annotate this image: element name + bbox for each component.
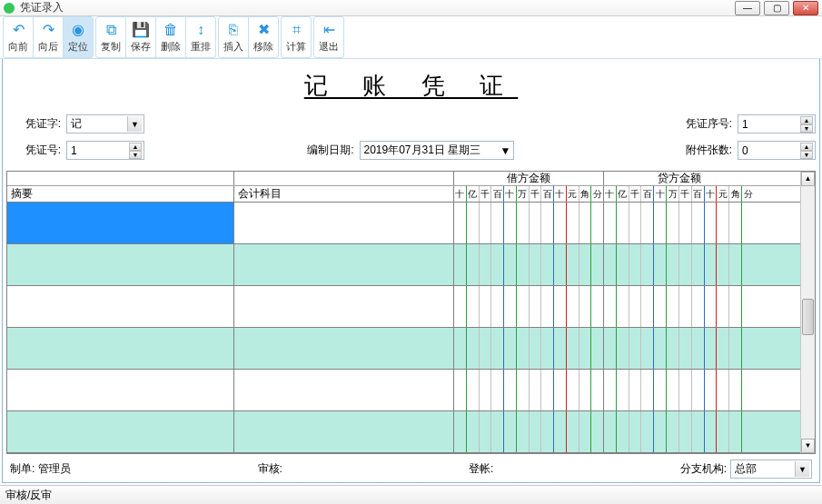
cell-credit[interactable]: [604, 203, 754, 243]
voucher-no-input[interactable]: 1 ▲ ▼: [66, 141, 144, 160]
cell-debit[interactable]: [454, 328, 604, 369]
table-row[interactable]: [7, 411, 800, 453]
cell-credit[interactable]: [604, 370, 754, 410]
cell-debit[interactable]: [454, 244, 604, 285]
form-row-2: 凭证号: 1 ▲ ▼ 编制日期: 2019年07月31日 星期三 ▼ 附件张数:…: [6, 141, 816, 160]
table-row[interactable]: [7, 286, 800, 328]
window-title: 凭证录入: [20, 0, 735, 15]
header-account-label: 会计科目: [234, 186, 454, 202]
digit-header: 万: [516, 186, 529, 202]
app-icon: [4, 3, 15, 14]
digit-header: 千: [479, 186, 491, 202]
voucher-heading: 记 账 凭 证: [6, 70, 816, 102]
digit-header: 十: [653, 186, 666, 202]
digit-header: 万: [666, 186, 678, 202]
table-row[interactable]: [7, 328, 800, 370]
spin-down-icon[interactable]: ▼: [800, 124, 813, 133]
spin-up-icon[interactable]: ▲: [129, 143, 142, 151]
chevron-down-icon[interactable]: ▼: [795, 461, 809, 477]
cell-summary[interactable]: [7, 370, 234, 410]
table-row[interactable]: [7, 203, 800, 244]
cell-summary[interactable]: [7, 411, 234, 452]
cell-account[interactable]: [234, 411, 454, 452]
cell-credit[interactable]: [604, 286, 754, 327]
vertical-scrollbar[interactable]: ▲ ▼: [800, 172, 815, 453]
cell-debit[interactable]: [454, 411, 604, 452]
minimize-button[interactable]: —: [735, 1, 760, 15]
voucher-no-value: 1: [71, 144, 77, 157]
cell-debit[interactable]: [454, 286, 604, 327]
toolbar: ↶向前↷向后◉定位⧉复制💾保存🗑删除↕重排⎘插入✖移除⌗计算⇤退出: [0, 16, 822, 59]
cell-account[interactable]: [234, 203, 454, 243]
close-button[interactable]: ✕: [793, 1, 818, 15]
toolbar-calc-button[interactable]: ⌗计算: [282, 17, 311, 57]
branch-combo[interactable]: 总部 ▼: [730, 460, 812, 479]
copy-icon: ⧉: [103, 22, 119, 38]
cell-account[interactable]: [234, 244, 454, 285]
header-summary-label: 摘要: [7, 186, 234, 202]
maker-label: 制单:: [10, 461, 35, 477]
maximize-button[interactable]: ▢: [764, 1, 789, 15]
chevron-down-icon[interactable]: ▼: [127, 116, 142, 132]
cell-summary[interactable]: [7, 286, 234, 327]
spin-down-icon[interactable]: ▼: [800, 151, 813, 159]
toolbar-exit-button[interactable]: ⇤退出: [314, 17, 343, 57]
spin-up-icon[interactable]: ▲: [800, 143, 813, 151]
cell-account[interactable]: [234, 286, 454, 327]
cell-summary[interactable]: [7, 203, 234, 243]
attach-label: 附件张数:: [668, 143, 732, 158]
toolbar-prev-button[interactable]: ↶向前: [4, 17, 33, 57]
scroll-thumb[interactable]: [802, 299, 814, 335]
toolbar-label: 保存: [131, 40, 151, 54]
cell-summary[interactable]: [7, 244, 234, 285]
insert-icon: ⎘: [225, 22, 242, 38]
voucher-seq-input[interactable]: 1 ▲ ▼: [738, 114, 816, 133]
scroll-down-icon[interactable]: ▼: [801, 439, 815, 453]
header-credit: 贷方金额: [604, 172, 754, 185]
window-controls: — ▢ ✕: [735, 1, 818, 15]
toolbar-reorder-button[interactable]: ↕重排: [186, 17, 215, 57]
digit-header: 分: [741, 186, 754, 202]
cell-debit[interactable]: [454, 203, 604, 243]
toolbar-label: 移除: [253, 40, 273, 54]
voucher-no-label: 凭证号:: [6, 143, 61, 158]
cell-credit[interactable]: [604, 328, 754, 369]
form-row-1: 凭证字: 记 ▼ 凭证序号: 1 ▲ ▼: [6, 114, 816, 133]
toolbar-save-button[interactable]: 💾保存: [126, 17, 155, 57]
cell-account[interactable]: [234, 370, 454, 410]
toolbar-next-button[interactable]: ↷向后: [34, 17, 63, 57]
toolbar-label: 退出: [319, 40, 339, 54]
attach-input[interactable]: 0 ▲ ▼: [738, 141, 816, 160]
attach-value: 0: [742, 144, 748, 157]
cell-credit[interactable]: [604, 244, 754, 285]
toolbar-insert-button[interactable]: ⎘插入: [219, 17, 248, 57]
voucher-word-combo[interactable]: 记 ▼: [66, 114, 144, 133]
cell-summary[interactable]: [7, 328, 234, 369]
cell-debit[interactable]: [454, 370, 604, 410]
cell-account[interactable]: [234, 328, 454, 369]
toolbar-delete-button[interactable]: 🗑删除: [156, 17, 185, 57]
footer-row: 制单: 管理员 审核: 登帐: 分支机构: 总部 ▼: [6, 454, 816, 480]
status-text: 审核/反审: [5, 488, 52, 503]
toolbar-label: 定位: [68, 40, 88, 54]
spin-up-icon[interactable]: ▲: [800, 116, 813, 124]
spin-down-icon[interactable]: ▼: [129, 151, 142, 159]
branch-value: 总部: [735, 461, 757, 477]
table-row[interactable]: [7, 244, 800, 286]
chevron-down-icon[interactable]: ▼: [500, 144, 511, 157]
spin-control: ▲ ▼: [800, 116, 813, 133]
date-combo[interactable]: 2019年07月31日 星期三 ▼: [360, 141, 514, 160]
toolbar-remove-button[interactable]: ✖移除: [249, 17, 278, 57]
digit-header: 十: [704, 186, 717, 202]
digit-header: 千: [678, 186, 691, 202]
table-row[interactable]: [7, 370, 800, 411]
toolbar-copy-button[interactable]: ⧉复制: [96, 17, 125, 57]
digit-header: 十: [604, 186, 616, 202]
toolbar-locate-button[interactable]: ◉定位: [64, 17, 93, 57]
scroll-up-icon[interactable]: ▲: [801, 172, 815, 186]
digit-header: 十: [454, 186, 466, 202]
digit-header: 百: [640, 186, 653, 202]
next-icon: ↷: [40, 22, 56, 38]
status-bar: 审核/反审: [0, 485, 822, 504]
cell-credit[interactable]: [604, 411, 754, 452]
